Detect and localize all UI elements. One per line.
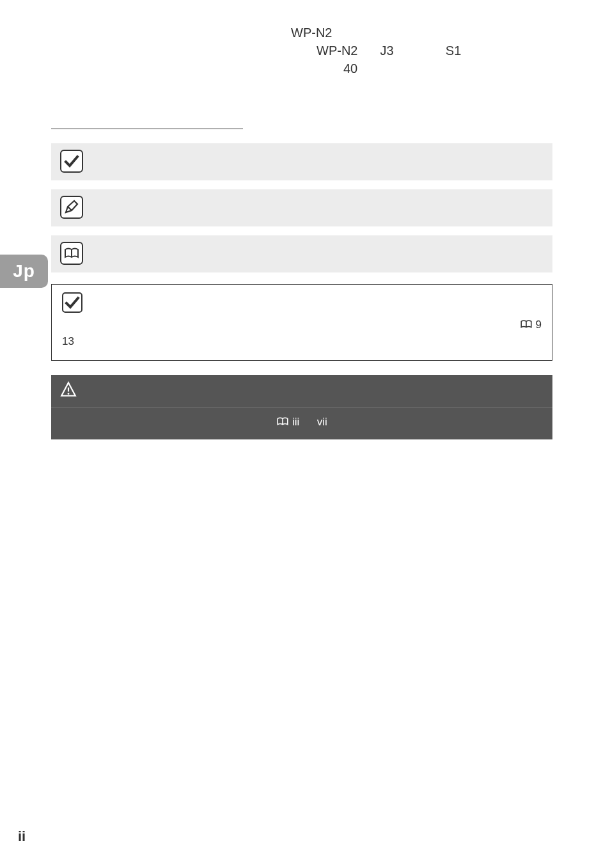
safety-box: iii vii [51,375,552,439]
page-ref: 13 [62,335,74,347]
intro-text: 40 [343,61,357,75]
intro-text: S1 [446,43,461,58]
page-number: ii [18,828,26,845]
checkmark-icon [62,292,82,313]
intro-text: WP-N2 [291,26,332,40]
page-ref: 9 [536,319,542,331]
info-row-reference [51,235,552,272]
page-ref: vii [317,416,327,428]
section-rule [51,129,243,129]
info-row-caution [51,143,552,180]
svg-point-1 [68,393,70,395]
book-icon [520,319,533,331]
book-icon [60,242,83,265]
page-content: WP-N2 WP-N2 J3 S1 40 [0,0,610,868]
intro-text: J3 [380,43,394,58]
warning-icon [60,381,77,400]
checkmark-icon [60,150,83,173]
intro-text: WP-N2 [317,43,357,58]
info-row-note [51,189,552,226]
page-ref: iii [292,416,299,428]
note-body: 9 13 [62,317,542,350]
book-icon [276,416,289,428]
pencil-icon [60,196,83,219]
intro-block: WP-N2 WP-N2 J3 S1 40 [291,24,552,77]
note-box: 9 13 [51,284,552,361]
safety-body: iii vii [51,407,552,439]
